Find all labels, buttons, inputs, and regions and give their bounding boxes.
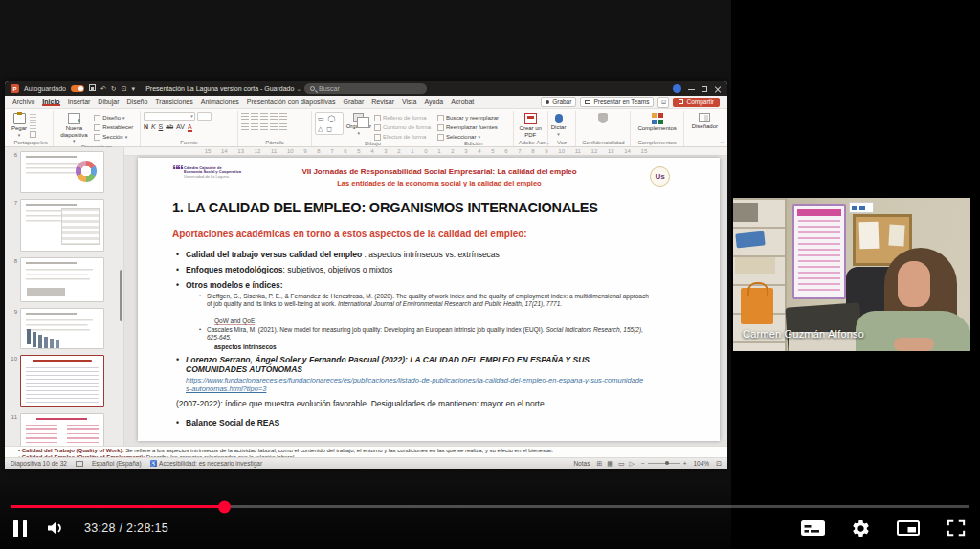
progress-bar[interactable] [11,505,969,508]
bullet-other-models: Otros modelos e índices: [176,280,283,290]
font-name-box [144,112,195,121]
pause-button[interactable] [13,518,27,538]
minimize-icon [688,85,695,92]
group-addins: Complementos Complementos [631,111,683,146]
webcam-overlay: Carmen Guzmán Alfonso [733,198,970,351]
notes-pane: Calidad del Trabajo (Quality of Work): S… [5,446,727,457]
wall-poster [792,204,846,299]
thumbnail-scrollbar [120,270,122,321]
settings-button[interactable] [851,518,871,538]
horizontal-ruler: 15 14 13 12 11 10 9 8 7 6 5 4 3 2 1 0 1 … [124,147,727,156]
paste-button: Pegar [11,112,27,138]
autosave-toggle [71,85,84,92]
new-slide-icon [68,113,80,124]
group-font: N K S ab AV A Fuente [141,111,238,146]
university-logo [650,166,670,187]
tab-animaciones: Animaciones [201,98,239,106]
slideshow-icon [122,84,127,93]
youtube-player: Autoguardado Presentación La Laguna vers… [0,0,980,549]
confidentiality-button [598,112,608,123]
bullet-quality-work-vs-employment: Calidad del trabajo versus calidad del e… [176,250,500,259]
slide-header: VII Jornadas de Responsabilidad Social E… [262,167,616,187]
bullet-balance-social-reas: Balance Social de REAS [176,418,279,428]
bold-icon: N [144,123,148,130]
ribbon-tabs: ArchivoInicioInsertarDibujarDiseñoTransi… [12,98,481,106]
tab-presentación-con-diapositivas: Presentación con diapositivas [247,98,336,106]
find-replace-button: Buscar y reemplazar [437,114,499,121]
slide-title: 1. LA CALIDAD DEL EMPLEO: ORGANISMOS INT… [172,200,598,215]
section-button: Sección [94,133,133,141]
volume-button[interactable] [44,516,67,539]
copy-icon [30,122,36,129]
justify-icon [270,123,278,131]
numbering-icon [251,113,258,121]
thumbnail-number: 6 [5,151,20,193]
group-slides: Nueva diapositiva Diseño Restablecer Sec… [54,111,141,146]
replace-fonts-button: Reemplazar fuentes [437,123,499,131]
collapse-ribbon-icon [719,138,724,145]
top-actions: Grabar Presentar en Teams Compartir [541,97,720,108]
slide-thumbnail-9: 9 [5,308,123,349]
event-subtitle: Las entidades de la economía social y la… [262,179,616,187]
ribbon-tab-bar: ArchivoInicioInsertarDibujarDiseñoTransi… [5,96,727,109]
orange-bag [741,288,773,324]
subtitles-button[interactable] [800,518,826,538]
tab-insertar: Insertar [68,98,91,106]
save-icon [89,84,96,91]
slide-thumbnail-6: 6 [5,151,123,193]
bullets-icon [241,113,249,121]
progress-filled[interactable] [11,505,225,508]
redo-icon [111,84,117,93]
tab-archivo: Archivo [12,98,34,106]
font-color-icon: A [188,123,192,132]
document-title: Presentación La Laguna version corta - G… [145,85,301,93]
shape-fill-button: Relleno de forma [374,114,431,121]
slide-thumbnail-7: 7 [5,199,123,252]
slide-thumbnail-8: 8 [5,257,123,302]
font-size-box [197,112,212,121]
reference-steffgen: Steffgen, G., Sischka, P. E., & Fernande… [199,293,649,308]
thumbnail-number: 8 [5,257,20,302]
indent-decrease-icon [260,113,268,121]
new-slide-button: Nueva diapositiva [56,112,91,144]
reference-note-intrinsic: aspectos intrínsecos [214,343,277,350]
shape-outline-button: Contorno de forma [374,123,431,131]
pdf-icon [524,113,537,124]
more-commands-button [657,97,669,108]
customize-toolbar-icon [132,84,136,93]
align-left-icon [241,123,249,131]
gear-icon [851,518,871,538]
search-placeholder: Buscar [319,85,340,92]
search-box: Buscar [304,83,427,94]
slide-thumbnail-11: 11 [5,413,123,446]
search-icon [310,86,315,91]
clipboard-icon [13,113,26,124]
powerpoint-app-icon [11,84,19,93]
indent-increase-icon [270,113,278,121]
slide-thumbnail-10: 10 [5,355,123,407]
fullscreen-button[interactable] [946,518,967,538]
quick-access-toolbar [89,84,135,93]
select-button: Seleccionar [437,133,499,141]
tab-grabar: Grabar [343,98,364,106]
slide-canvas: Cátedra Cajasiete de Economía Social y C… [138,158,720,441]
line-spacing-icon [279,113,287,121]
miniplayer-button[interactable] [896,518,921,538]
ppt-titlebar: Autoguardado Presentación La Laguna vers… [5,81,727,96]
record-icon [546,100,549,104]
event-title: VII Jornadas de Responsabilidad Social E… [262,167,616,176]
group-paragraph: Párrafo [238,111,312,146]
designer-icon [699,113,710,122]
thumbnail-number: 11 [5,413,20,446]
create-pdf-button: Crear un PDF [517,112,545,138]
tab-inicio: Inicio [42,98,59,106]
addins-button: Complementos [637,112,676,132]
character-spacing-icon: AV [176,123,185,130]
slide-editing-area: Cátedra Cajasiete de Economía Social y C… [124,156,727,446]
shapes-gallery [315,112,344,135]
index-evolution-text: (2007-2022): índice que muestra evolució… [176,399,546,408]
group-sensitivity: Confidencialidad [576,111,631,146]
group-adobe: Crear un PDF Adobe Acr... [514,111,548,146]
tab-vista: Vista [402,98,416,106]
shield-icon [598,113,608,123]
